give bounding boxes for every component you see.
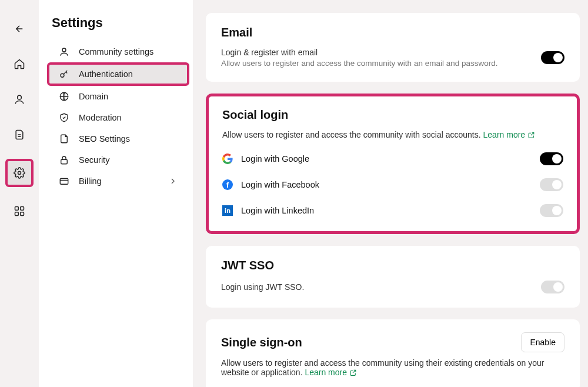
- email-desc: Allow users to register and access the c…: [221, 59, 497, 68]
- jwt-heading: JWT SSO: [221, 259, 564, 272]
- external-link-icon: [349, 369, 357, 376]
- person-icon: [14, 94, 25, 105]
- card-icon: [59, 176, 69, 186]
- sidebar-item-label: Security: [79, 155, 109, 165]
- facebook-icon: f: [222, 179, 233, 190]
- sidebar-item-label: Authentication: [79, 69, 133, 79]
- facebook-label: Login with Facebook: [241, 180, 319, 189]
- page-icon: [59, 134, 69, 144]
- sidebar-item-domain[interactable]: Domain: [52, 86, 185, 107]
- svg-rect-3: [21, 207, 24, 211]
- settings-sidebar: Settings Community settings Authenticati…: [39, 0, 193, 387]
- svg-point-1: [18, 172, 21, 175]
- facebook-toggle[interactable]: [540, 178, 563, 191]
- sidebar-item-security[interactable]: Security: [52, 149, 185, 171]
- globe-icon: [59, 91, 69, 102]
- sidebar-item-moderation[interactable]: Moderation: [52, 107, 185, 128]
- back-button[interactable]: [8, 18, 31, 40]
- svg-rect-10: [60, 179, 68, 185]
- email-title: Login & register with email: [221, 48, 497, 57]
- svg-rect-5: [21, 212, 24, 216]
- linkedin-toggle[interactable]: [540, 204, 563, 217]
- svg-rect-4: [15, 212, 19, 216]
- home-icon: [14, 58, 25, 70]
- sso-card: Single sign-on Enable Allow users to reg…: [206, 319, 580, 387]
- nav-home[interactable]: [8, 53, 31, 75]
- google-label: Login with Google: [241, 154, 309, 164]
- linkedin-icon: in: [222, 205, 233, 216]
- email-card: Email Login & register with email Allow …: [206, 13, 580, 82]
- main-content: Email Login & register with email Allow …: [193, 0, 588, 387]
- svg-rect-9: [61, 159, 68, 164]
- sidebar-item-label: Domain: [79, 92, 108, 101]
- jwt-desc: Login using JWT SSO.: [221, 282, 304, 292]
- jwt-toggle[interactable]: [541, 281, 564, 293]
- social-desc: Allow users to register and access the c…: [222, 130, 563, 139]
- apps-icon: [14, 205, 25, 217]
- social-learn-more-link[interactable]: Learn more: [483, 130, 536, 139]
- sidebar-item-label: Billing: [79, 176, 102, 186]
- email-toggle[interactable]: [541, 51, 564, 64]
- sidebar-item-label: SEO Settings: [79, 134, 130, 144]
- email-heading: Email: [221, 26, 564, 39]
- person-icon: [59, 46, 69, 57]
- chevron-right-icon: [168, 176, 178, 186]
- linkedin-label: Login with LinkedIn: [241, 206, 314, 215]
- lock-icon: [59, 155, 69, 165]
- sidebar-item-billing[interactable]: Billing: [52, 171, 185, 192]
- social-heading: Social login: [222, 108, 563, 122]
- google-icon: [222, 154, 233, 164]
- svg-rect-2: [15, 207, 19, 211]
- google-toggle[interactable]: [540, 152, 563, 165]
- shield-icon: [59, 112, 69, 123]
- sidebar-item-authentication[interactable]: Authentication: [47, 62, 189, 86]
- sso-heading: Single sign-on: [221, 336, 302, 349]
- sidebar-title: Settings: [52, 15, 185, 31]
- icon-rail: [0, 0, 39, 387]
- sso-desc: Allow users to register and access the c…: [221, 358, 564, 377]
- sso-learn-more-link[interactable]: Learn more: [305, 368, 357, 377]
- arrow-left-icon: [14, 24, 25, 34]
- sidebar-item-label: Community settings: [79, 47, 153, 56]
- sidebar-item-label: Moderation: [79, 113, 122, 122]
- jwt-sso-card: JWT SSO Login using JWT SSO.: [206, 246, 580, 308]
- social-login-card: Social login Allow users to register and…: [206, 94, 580, 234]
- nav-members[interactable]: [8, 88, 31, 111]
- sidebar-item-seo-settings[interactable]: SEO Settings: [52, 128, 185, 149]
- nav-settings[interactable]: [5, 159, 34, 187]
- svg-point-6: [62, 48, 66, 52]
- nav-apps[interactable]: [8, 200, 31, 222]
- svg-point-0: [18, 95, 22, 99]
- document-icon: [14, 129, 25, 141]
- nav-content[interactable]: [8, 124, 31, 146]
- gear-icon: [14, 167, 25, 179]
- external-link-icon: [527, 131, 535, 139]
- sso-enable-button[interactable]: Enable: [521, 332, 564, 352]
- key-icon: [59, 69, 69, 79]
- sidebar-item-community-settings[interactable]: Community settings: [52, 41, 185, 62]
